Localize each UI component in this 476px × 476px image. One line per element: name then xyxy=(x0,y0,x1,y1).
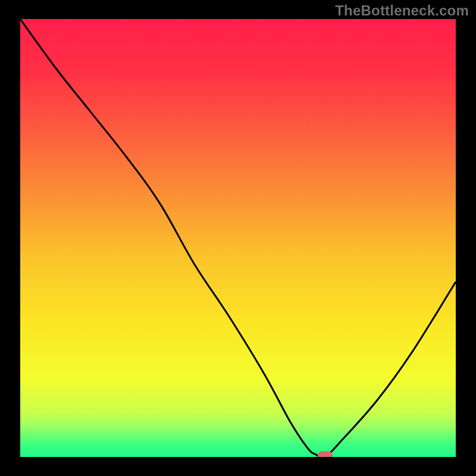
chart-frame: { "watermark": "TheBottleneck.com", "col… xyxy=(0,0,476,476)
gradient-background xyxy=(20,19,456,457)
bottleneck-chart xyxy=(0,0,476,476)
minimum-marker xyxy=(318,452,332,459)
watermark-text: TheBottleneck.com xyxy=(335,2,469,19)
